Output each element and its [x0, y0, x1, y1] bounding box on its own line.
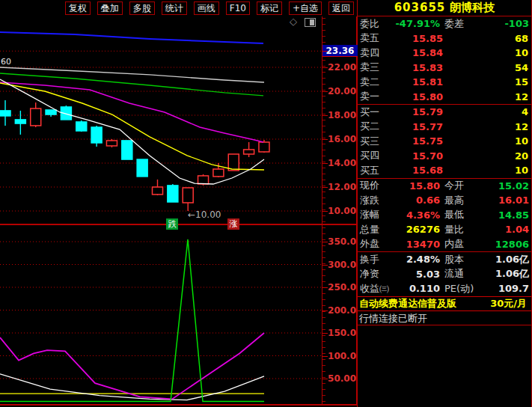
sell-order-row[interactable]: 卖五15.8568: [358, 31, 531, 46]
axis-label: 16.00: [326, 133, 356, 145]
connection-status: 行情连接已断开: [358, 311, 531, 325]
candle-body-down[interactable]: [137, 159, 147, 177]
stat-value: 109.7: [485, 283, 531, 294]
stat-row: 外盘13470内盘12806: [358, 237, 531, 252]
renewal-notice[interactable]: 自动续费通达信普及版 30元/月: [358, 296, 531, 311]
main-candlestick-chart[interactable]: [0, 16, 322, 224]
fall-badge[interactable]: 跌: [166, 218, 178, 230]
toolbar-button-叠加[interactable]: 叠加: [97, 1, 123, 15]
order-price: 15.77: [392, 121, 443, 132]
order-level-label: 卖三: [358, 61, 392, 74]
order-volume: 15: [443, 76, 531, 88]
order-volume: 10: [443, 165, 531, 176]
ma60-gray: [0, 67, 264, 82]
candle-body-up[interactable]: [31, 108, 41, 126]
stat-value: 12806: [485, 239, 531, 250]
candle-body-down[interactable]: [76, 122, 87, 131]
sell-order-row[interactable]: 卖二15.8115: [358, 75, 531, 90]
axis-major-tick: [322, 310, 328, 311]
candle-body-up[interactable]: [153, 187, 163, 195]
candle-body-up[interactable]: [213, 169, 224, 177]
axis-label: 250.0: [326, 281, 356, 293]
axis-major-tick: [322, 67, 328, 68]
sell-order-row[interactable]: 卖三15.8354: [358, 61, 531, 76]
order-level-label: 买一: [358, 105, 392, 119]
toolbar-button-画线[interactable]: 画线: [194, 1, 219, 15]
candle-body-down[interactable]: [168, 186, 178, 202]
stat-row: 总量26276量比1.04: [358, 222, 531, 237]
order-level-label: 买二: [358, 120, 392, 133]
stat-row: 换手2.48%股本1.06亿: [358, 252, 531, 267]
candle-body-down[interactable]: [0, 111, 10, 116]
fundamental-stats: 换手2.48%股本1.06亿净资5.03流通1.06亿收益㈢0.110PE(动)…: [358, 252, 531, 296]
main-toolbar: 复权叠加多股统计画线F10标记+自选返回: [0, 0, 357, 16]
buy-order-row[interactable]: 买二15.7712: [358, 120, 531, 135]
axis-major-tick: [322, 287, 328, 288]
rise-badge[interactable]: 涨: [227, 218, 239, 230]
order-level-label: 买五: [358, 164, 392, 177]
axis-label: 20.00: [326, 85, 356, 97]
weibi-label: 委比: [358, 17, 392, 31]
toolbar-button-+自选[interactable]: +自选: [289, 1, 322, 15]
toolbar-button-F10[interactable]: F10: [226, 1, 250, 15]
buy-order-row[interactable]: 买一15.794: [358, 105, 531, 120]
stat-label: 收益㈢: [358, 282, 392, 296]
stat-value: 0.66: [392, 195, 440, 206]
stat-value: 26276: [392, 224, 440, 235]
order-price: 15.79: [392, 106, 443, 117]
sell-order-book: 卖五15.8568卖四15.8410卖三15.8354卖二15.8115卖一15…: [358, 31, 531, 105]
axis-major-tick: [322, 163, 328, 164]
stat-label: 现价: [358, 179, 392, 192]
axis-label: 350.0: [326, 236, 356, 248]
candle-body-down[interactable]: [122, 141, 132, 159]
indicator-green: [0, 239, 264, 402]
buy-order-row[interactable]: 买四15.7020: [358, 149, 531, 164]
stat-label: 总量: [358, 223, 392, 236]
stat-row: 涨幅4.36%最低14.85: [358, 208, 531, 223]
toolbar-button-多股[interactable]: 多股: [129, 1, 155, 15]
panel-separator: [0, 224, 357, 225]
quote-panel: 603655朗博科技 委比 -47.91% 委差 -103 卖五15.8568卖…: [357, 0, 532, 407]
toolbar-button-标记[interactable]: 标记: [257, 1, 282, 15]
stock-code: 603655: [394, 1, 446, 14]
axis-label: 18.00: [326, 109, 356, 121]
split-window-icon-fill: [310, 19, 314, 25]
stat-label: 最低: [440, 208, 485, 221]
split-window-icon[interactable]: [305, 18, 316, 27]
stat-value: 0.110: [392, 283, 440, 294]
candle-body-up[interactable]: [228, 154, 239, 171]
sell-order-row[interactable]: 卖一15.8012: [358, 90, 531, 105]
candle-body-up[interactable]: [259, 142, 269, 152]
order-price: 15.84: [392, 47, 443, 58]
toolbar-button-返回[interactable]: 返回: [328, 1, 354, 15]
axis-major-tick: [322, 91, 328, 92]
buy-order-row[interactable]: 买五15.6810: [358, 163, 531, 178]
candle-body-up[interactable]: [244, 150, 254, 154]
candle-body-down[interactable]: [15, 120, 25, 123]
stat-row: 收益㈢0.110PE(动)109.7: [358, 281, 531, 296]
stat-value: 2.48%: [392, 254, 440, 265]
candle-body-up[interactable]: [106, 141, 117, 146]
axis-label: 12.00: [326, 181, 356, 193]
renewal-notice-price: 30元/月: [490, 297, 527, 310]
buy-order-row[interactable]: 买三15.7510: [358, 134, 531, 149]
order-volume: 20: [443, 150, 531, 162]
candle-body-down[interactable]: [46, 110, 56, 114]
diamond-icon[interactable]: ◇: [290, 16, 297, 27]
stat-label: PE(动): [440, 282, 485, 296]
stat-value: 15.02: [485, 180, 531, 192]
toolbar-button-复权[interactable]: 复权: [65, 1, 91, 15]
axis-major-tick: [322, 333, 328, 334]
indicator-sub-chart[interactable]: [0, 224, 322, 405]
candle-body-up[interactable]: [183, 188, 193, 203]
order-volume: 68: [443, 33, 531, 44]
stat-label: 最高: [440, 194, 485, 207]
weicha-value: -103: [485, 18, 531, 29]
sell-order-row[interactable]: 卖四15.8410: [358, 46, 531, 61]
candle-body-up[interactable]: [198, 176, 209, 184]
axis-label: 200.0: [326, 305, 356, 316]
order-volume: 12: [443, 121, 531, 132]
candle-body-down[interactable]: [91, 127, 102, 143]
axis-label-highlight: 23.36: [322, 45, 358, 57]
toolbar-button-统计[interactable]: 统计: [162, 1, 187, 15]
